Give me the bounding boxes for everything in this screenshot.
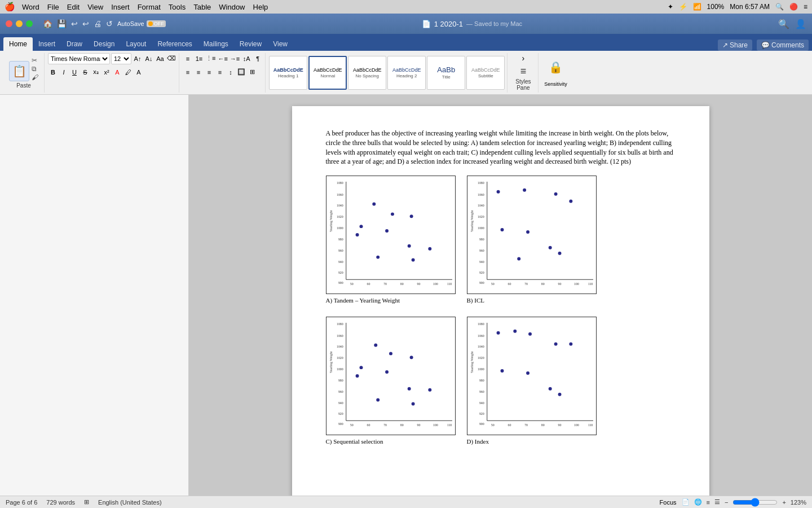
- tab-insert[interactable]: Insert: [33, 37, 61, 51]
- cut-icon[interactable]: ✂: [32, 56, 38, 64]
- change-case-button[interactable]: Aa: [155, 53, 165, 64]
- focus-button[interactable]: Focus: [659, 497, 677, 508]
- font-color-button[interactable]: A: [112, 67, 122, 78]
- tab-mailings[interactable]: Mailings: [198, 37, 234, 51]
- siri-icon[interactable]: 🔴: [789, 3, 798, 11]
- menu-tools[interactable]: Tools: [169, 3, 186, 11]
- menu-word[interactable]: Word: [22, 3, 39, 11]
- save-icon[interactable]: 💾: [57, 19, 67, 28]
- view-icon-outline[interactable]: ≡: [707, 499, 710, 506]
- search-titlebar-icon[interactable]: 🔍: [778, 19, 789, 29]
- search-icon[interactable]: 🔍: [775, 3, 784, 11]
- tab-layout[interactable]: Layout: [120, 37, 152, 51]
- multilevel-button[interactable]: ⋮≡: [205, 53, 216, 64]
- view-icon-web[interactable]: 🌐: [694, 498, 702, 506]
- styles-pane-button[interactable]: ≡ Styles Pane: [511, 63, 535, 93]
- shading-button[interactable]: 🔲: [236, 67, 246, 78]
- refresh-icon[interactable]: ↺: [106, 19, 113, 28]
- print-icon[interactable]: 🖨: [94, 19, 102, 28]
- menu-insert[interactable]: Insert: [111, 3, 130, 11]
- paste-button[interactable]: 📋: [9, 61, 29, 81]
- style-nospacing[interactable]: AaBbCcDdE No Spacing: [348, 56, 386, 90]
- control-center-icon[interactable]: ≡: [804, 3, 807, 11]
- redo-icon[interactable]: ↩: [82, 19, 89, 28]
- numbering-button[interactable]: 1≡: [194, 53, 204, 64]
- increase-indent-button[interactable]: →≡: [230, 53, 240, 64]
- style-title[interactable]: AaBb Title: [427, 56, 465, 90]
- svg-point-109: [496, 331, 500, 334]
- format-painter-icon[interactable]: 🖌: [32, 73, 38, 81]
- align-center-button[interactable]: ≡: [193, 67, 204, 78]
- tab-view[interactable]: View: [267, 37, 293, 51]
- document-area[interactable]: A beef producer has the objective of inc…: [189, 95, 812, 496]
- home-icon[interactable]: 🏠: [43, 19, 52, 28]
- battery-indicator: 100%: [707, 3, 725, 11]
- minimize-button[interactable]: [16, 20, 23, 27]
- menu-table[interactable]: Table: [193, 3, 211, 11]
- share-button[interactable]: ↗ Share: [718, 40, 752, 51]
- menu-file[interactable]: File: [47, 3, 59, 11]
- tab-design[interactable]: Design: [88, 37, 120, 51]
- clear-format-button[interactable]: ⌫: [166, 53, 176, 64]
- account-icon[interactable]: 👤: [795, 19, 806, 29]
- copy-icon[interactable]: ⧉: [32, 65, 38, 73]
- style-normal[interactable]: AaBbCcDdE Normal: [308, 56, 347, 90]
- align-right-button[interactable]: ≡: [204, 67, 214, 78]
- increase-font-button[interactable]: A↑: [133, 53, 143, 64]
- align-left-button[interactable]: ≡: [183, 67, 193, 78]
- clock: Mon 6:57 AM: [730, 3, 770, 11]
- underline-button[interactable]: U: [69, 67, 80, 78]
- subscript-button[interactable]: x₂: [91, 67, 101, 78]
- line-spacing-button[interactable]: ↕: [226, 67, 236, 78]
- svg-text:90: 90: [417, 423, 420, 427]
- menu-help[interactable]: Help: [253, 3, 268, 11]
- show-formatting-button[interactable]: ¶: [253, 53, 263, 64]
- font-selector[interactable]: Times New Roman: [48, 53, 110, 64]
- autosave-toggle[interactable]: OFF: [147, 20, 166, 27]
- svg-text:940: 940: [338, 260, 343, 264]
- bold-button[interactable]: B: [48, 67, 58, 78]
- svg-text:920: 920: [338, 271, 343, 275]
- style-heading1[interactable]: AaBbCcDdE Heading 1: [269, 56, 307, 90]
- comments-button[interactable]: 💬 Comments: [757, 40, 809, 51]
- maximize-button[interactable]: [26, 20, 33, 27]
- menu-format[interactable]: Format: [138, 3, 161, 11]
- view-icon-print[interactable]: 📄: [682, 498, 690, 506]
- strikethrough-button[interactable]: S: [80, 67, 90, 78]
- menu-edit[interactable]: Edit: [67, 3, 80, 11]
- bullets-button[interactable]: ≡: [183, 53, 193, 64]
- font-size-selector[interactable]: 12: [111, 53, 131, 64]
- titlebar-center: 📄 1 2020-1 — Saved to my Mac: [166, 20, 778, 28]
- undo-icon[interactable]: ↩: [71, 19, 78, 28]
- sort-button[interactable]: ↕A: [241, 53, 251, 64]
- style-subtitle[interactable]: AaBbCcDdE Subtitle: [466, 56, 505, 90]
- tab-review[interactable]: Review: [234, 37, 267, 51]
- tab-draw[interactable]: Draw: [61, 37, 88, 51]
- italic-button[interactable]: I: [59, 67, 69, 78]
- zoom-slider[interactable]: [732, 498, 778, 507]
- decrease-indent-button[interactable]: ←≡: [217, 53, 228, 64]
- text-color-button[interactable]: A: [134, 67, 144, 78]
- close-button[interactable]: [6, 20, 12, 27]
- document-page: A beef producer has the objective of inc…: [292, 106, 709, 496]
- justify-button[interactable]: ≡: [215, 67, 225, 78]
- menu-window[interactable]: Window: [219, 3, 245, 11]
- highlight-button[interactable]: 🖊: [123, 67, 133, 78]
- tab-home[interactable]: Home: [3, 37, 33, 51]
- borders-button[interactable]: ⊞: [247, 67, 257, 78]
- read-mode-icon[interactable]: ⊞: [84, 498, 89, 506]
- menu-view[interactable]: View: [87, 3, 103, 11]
- decrease-font-button[interactable]: A↓: [144, 53, 154, 64]
- svg-point-82: [409, 356, 413, 359]
- style-heading2[interactable]: AaBbCcDdE Heading 2: [387, 56, 426, 90]
- ribbon-tab-right: ↗ Share 💬 Comments: [718, 40, 809, 51]
- apple-menu[interactable]: 🍎: [5, 2, 15, 12]
- tab-references[interactable]: References: [152, 37, 197, 51]
- svg-text:920: 920: [479, 412, 484, 415]
- more-styles-button[interactable]: ›: [518, 53, 528, 63]
- sensitivity-button[interactable]: 🔒: [542, 53, 570, 81]
- superscript-button[interactable]: x²: [102, 67, 112, 78]
- zoom-out-icon[interactable]: −: [725, 499, 728, 506]
- zoom-in-icon[interactable]: +: [782, 499, 785, 506]
- view-icon-read[interactable]: ☰: [714, 498, 720, 506]
